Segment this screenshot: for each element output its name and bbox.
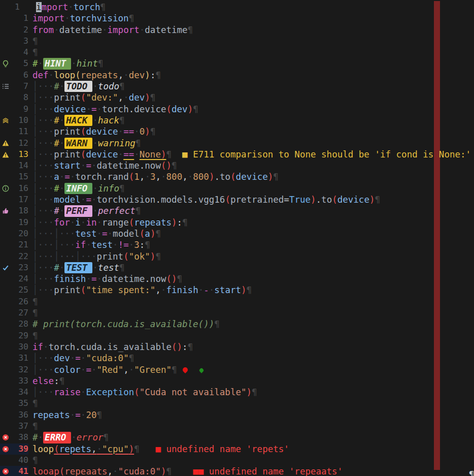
token-identifier: print <box>54 126 81 137</box>
code-line-text[interactable]: │···#·TODO·todo¶ <box>28 81 474 92</box>
code-line-text[interactable]: from·datetime·import·datetime¶ <box>28 24 474 36</box>
code-line-text[interactable]: │···#·PERF·perfect¶ <box>28 205 474 216</box>
pilcrow-icon: ¶ <box>96 410 102 420</box>
pilcrow-icon: ¶ <box>252 387 257 397</box>
whitespace-dot: · <box>81 217 86 228</box>
token-punctuation: ) <box>145 92 150 103</box>
token-function: loop <box>54 70 75 80</box>
pilcrow-icon: ¶ <box>129 353 134 363</box>
code-line-text[interactable]: │···model·=·torchvision.models.vgg16(pre… <box>28 194 474 205</box>
line-number: 41 <box>11 466 28 476</box>
token-identifier: print <box>54 92 81 103</box>
sign-column <box>0 160 11 171</box>
code-line-text[interactable]: ¶ <box>28 36 474 47</box>
code-line-text[interactable]: if·torch.cuda.is_available():¶ <box>28 341 474 353</box>
whitespace-dot: · <box>96 274 102 284</box>
thumb-sign-icon[interactable] <box>0 205 11 216</box>
whitespace-dot: · <box>134 126 140 137</box>
code-line-text[interactable]: import·torch¶ <box>32 2 474 13</box>
warning-sign-icon[interactable] <box>0 149 11 160</box>
code-line-text[interactable]: │···│···if·test·!=·3:¶ <box>28 239 474 250</box>
sign-column <box>0 2 11 13</box>
editor-line: 30if·torch.cuda.is_available():¶ <box>0 341 474 353</box>
code-line-text[interactable]: ¶ <box>28 296 474 307</box>
code-line-text[interactable]: looap(repeaats,·"cuda:0")¶ ■■ undefined … <box>28 466 474 476</box>
pilcrow-icon: ¶ <box>150 126 156 137</box>
code-line-text[interactable]: import·torchvision¶ <box>28 13 474 24</box>
code-line-text[interactable]: │···#·WARN·warning¶ <box>28 138 474 149</box>
token-keyword: import <box>108 25 140 35</box>
line-number: 9 <box>11 104 28 115</box>
editor-line: 29¶ <box>0 330 474 341</box>
token-variable: i <box>75 217 81 228</box>
code-line-text[interactable]: ¶ <box>28 455 474 466</box>
code-line-text[interactable]: │···print(device·==·0)¶ <box>28 126 474 137</box>
error-sign-icon[interactable] <box>0 432 11 443</box>
code-line-text[interactable]: │···finish·=·datetime.now()¶ <box>28 273 474 284</box>
pilcrow-icon: ¶ <box>32 36 38 46</box>
code-line-text[interactable]: loop(repets,·"cpu")¶ ■ undefined name 'r… <box>28 443 474 455</box>
error-sign-icon[interactable] <box>0 443 11 455</box>
whitespace-dot: · <box>108 229 113 239</box>
code-line-text[interactable]: #·ERRO·error¶ <box>28 432 474 443</box>
code-line-text[interactable]: │···#·TEST·test¶ <box>28 262 474 273</box>
code-line-text[interactable]: ¶ <box>28 330 474 341</box>
code-line-text[interactable]: ¶ <box>28 421 474 432</box>
sign-column <box>0 24 11 36</box>
code-line-text[interactable]: │···a·=·torch.rand(1,·3,·800,·800).to(de… <box>28 171 474 182</box>
code-line-text[interactable]: │···raise·Exception("Cuda not available"… <box>28 387 474 398</box>
pilcrow-icon: ¶ <box>119 81 125 91</box>
error-sign-icon[interactable] <box>0 466 11 476</box>
editor-line: 33else:¶ <box>0 375 474 387</box>
code-line-text[interactable]: │···#·INFO·info¶ <box>28 183 474 194</box>
info-sign-icon[interactable] <box>0 183 11 194</box>
code-line-text[interactable]: │···print("dev:",·dev)¶ <box>28 92 474 103</box>
whitespace-dot: · <box>70 353 76 363</box>
code-line-text[interactable]: else:¶ <box>28 375 474 387</box>
token-punctuation: , <box>155 285 161 295</box>
code-line-text[interactable]: │···print(device·==·None)¶ ■ E711 compar… <box>28 149 474 160</box>
code-line-text[interactable]: ¶ <box>28 398 474 409</box>
warning-sign-icon[interactable] <box>0 138 11 149</box>
token-punctuation: ) <box>268 172 274 182</box>
code-line-text[interactable]: │···color·=·"Red",·"Green"¶ <box>28 364 474 375</box>
indent-guide: │ <box>32 240 38 250</box>
indent-guide: │ <box>32 285 38 295</box>
code-line-text[interactable]: │···for·i·in·range(repeats):¶ <box>28 217 474 228</box>
virtual-text-gap <box>172 149 182 160</box>
list-sign-icon[interactable] <box>0 81 11 92</box>
token: HACK <box>64 115 92 126</box>
token-variable: repeats <box>134 217 172 228</box>
code-line-text[interactable]: │···dev·=·"cuda:0"¶ <box>28 353 474 364</box>
lightbulb-sign-icon[interactable] <box>0 58 11 69</box>
token-variable: torchvision <box>70 13 129 23</box>
token-constant: None <box>140 149 161 160</box>
token-punctuation: : <box>182 342 188 352</box>
code-line-text[interactable]: ¶ <box>28 47 474 58</box>
code-line-text[interactable]: │···│···test·=·model(a)¶ <box>28 228 474 239</box>
code-line-text[interactable]: def·loop(repeats,·dev):¶ <box>28 70 474 81</box>
whitespace-dot: · <box>49 70 54 80</box>
line-number: 39 <box>11 443 28 455</box>
stack-sign-icon[interactable] <box>0 115 11 126</box>
token-punctuation: ( <box>129 217 134 228</box>
token-punctuation: . <box>102 172 108 182</box>
code-line-text[interactable]: # print(torch.cuda.is_available())¶ <box>28 319 474 330</box>
token-punctuation: ) <box>166 161 172 171</box>
pilcrow-icon: ¶ <box>155 229 161 239</box>
code-line-text[interactable]: #·HINT·hint¶ <box>28 58 474 69</box>
check-sign-icon[interactable] <box>0 262 11 273</box>
code-line-text[interactable]: │···print("time spent:",·finish·-·start)… <box>28 284 474 296</box>
token-keyword: from <box>32 25 54 35</box>
code-line-text[interactable]: ¶ <box>28 307 474 319</box>
pilcrow-icon: ¶ <box>32 297 38 307</box>
code-line-text[interactable]: │···#·HACK·hack¶ <box>28 115 474 126</box>
code-line-text[interactable]: │···start·=·datetime.now()¶ <box>28 160 474 171</box>
whitespace-dot: · <box>59 115 65 125</box>
indent-guide: │ <box>32 183 38 194</box>
token-punctuation: . <box>129 104 134 114</box>
code-line-text[interactable]: │···device·=·torch.device(dev)¶ <box>28 104 474 115</box>
token-punctuation: ) <box>241 285 247 295</box>
code-line-text[interactable]: │···│···│···print("ok")¶ <box>28 251 474 262</box>
code-line-text[interactable]: repeats·=·20¶ <box>28 409 474 421</box>
